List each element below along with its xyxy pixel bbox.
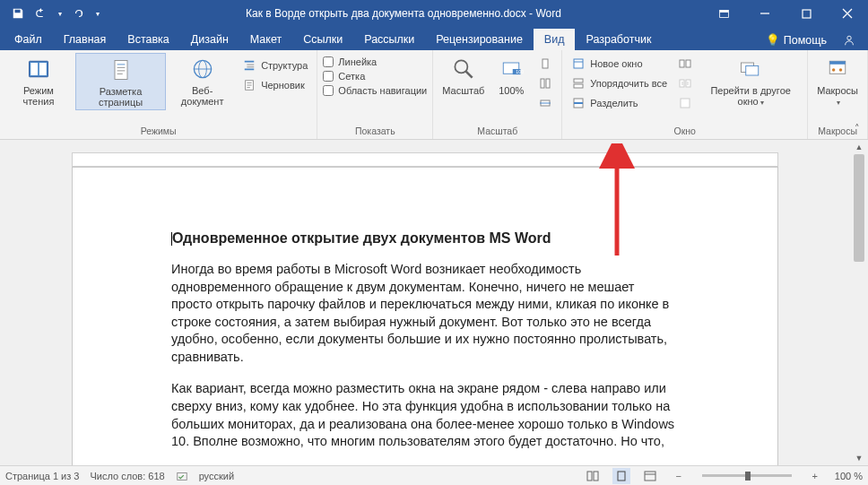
zoom-100-label: 100% [499,85,524,96]
zoom-level[interactable]: 100 % [835,471,863,481]
zoom-out-button[interactable]: − [670,468,688,484]
web-layout-view[interactable] [641,468,659,484]
doc-heading: Одновременное открытие двух документов M… [172,230,551,246]
one-page-icon [538,56,552,71]
sync-scroll-icon [678,76,692,91]
undo-dropdown[interactable]: ▾ [54,3,66,24]
zoom-slider[interactable] [702,474,792,477]
read-mode-button[interactable]: Режим чтения [5,53,72,108]
page-status[interactable]: Страница 1 из 3 [5,471,79,481]
zoom-100-button[interactable]: 100 100% [491,53,531,98]
new-window-label: Новое окно [590,58,642,69]
arrange-all-button[interactable]: Упорядочить все [568,74,671,92]
tab-home[interactable]: Главная [53,29,117,50]
svg-rect-36 [574,59,583,68]
read-mode-view[interactable] [584,468,602,484]
svg-point-52 [839,68,843,72]
tab-developer[interactable]: Разработчик [575,29,662,50]
split-button[interactable]: Разделить [568,94,671,112]
scroll-up-button[interactable]: ▲ [852,140,866,154]
tab-references[interactable]: Ссылки [292,29,353,50]
svg-text:100: 100 [516,69,525,74]
page-width-icon [538,96,552,110]
group-show-label: Показать [323,125,427,139]
svg-rect-9 [39,63,47,75]
group-window-label: Окно [568,125,802,139]
outline-button[interactable]: Структура [239,56,311,74]
maximize-button[interactable] [786,0,827,27]
gridlines-checkbox[interactable]: Сетка [323,71,427,82]
print-layout-view[interactable] [612,468,630,484]
web-layout-button[interactable]: Веб-документ [169,53,235,108]
svg-rect-3 [803,10,811,18]
one-page-button[interactable] [534,55,556,73]
svg-rect-10 [115,61,127,80]
tab-review[interactable]: Рецензирование [425,29,534,50]
navpane-checkbox[interactable]: Область навигации [323,85,427,96]
tab-view[interactable]: Вид [534,29,576,50]
horizontal-ruler[interactable] [72,152,778,167]
outline-icon [242,58,256,73]
draft-button[interactable]: Черновик [239,76,311,94]
zoom-100-icon: 100 [497,55,525,83]
scroll-thumb[interactable] [854,154,864,262]
svg-rect-58 [645,472,655,481]
tab-design[interactable]: Дизайн [180,29,239,50]
new-window-button[interactable]: Новое окно [568,55,671,73]
reset-window-icon [678,96,692,110]
macros-button[interactable]: Макросы▾ [813,53,862,110]
share-button[interactable] [838,30,861,50]
zoom-button[interactable]: Масштаб [438,53,488,98]
switch-windows-icon [736,55,765,83]
arrange-all-label: Упорядочить все [590,78,667,89]
svg-rect-31 [542,59,548,68]
redo-button[interactable] [68,3,90,24]
side-by-side-icon [678,56,692,71]
undo-button[interactable] [30,3,52,24]
qat-customize[interactable]: ▾ [91,3,104,24]
tab-insert[interactable]: Вставка [117,29,179,50]
scroll-down-button[interactable]: ▼ [852,451,866,465]
ruler-checkbox[interactable]: Линейка [323,56,427,67]
view-side-by-side-button[interactable] [674,55,696,73]
collapse-ribbon-button[interactable]: ˄ [850,123,864,137]
window-title: Как в Ворде открыть два документа одновр… [104,7,703,20]
word-count[interactable]: Число слов: 618 [90,471,164,481]
print-layout-button[interactable]: Разметка страницы [75,53,166,110]
save-button[interactable] [7,3,29,24]
spell-check-status[interactable] [176,470,188,482]
macros-label: Макросы [817,85,858,96]
help-button[interactable]: 💡 Помощь [759,30,834,50]
switch-windows-button[interactable]: Перейти в другое окно▾ [699,53,802,110]
multi-page-button[interactable] [534,74,556,92]
tab-layout[interactable]: Макет [239,29,292,50]
ribbon-display-options[interactable] [703,0,744,27]
page-width-button[interactable] [534,94,556,112]
document-page[interactable]: Одновременное открытие двух документов M… [72,167,778,465]
language-status[interactable]: русский [199,471,234,481]
svg-rect-1 [719,10,728,12]
reset-window-button[interactable] [674,94,696,112]
minimize-button[interactable] [744,0,786,27]
draft-label: Черновик [261,80,305,91]
group-zoom-label: Масштаб [438,125,556,139]
tab-mailings[interactable]: Рассылки [353,29,425,50]
group-views-label: Режимы [5,125,311,139]
web-layout-icon [188,55,217,83]
svg-rect-56 [594,472,598,481]
tab-file[interactable]: Файл [4,29,53,50]
svg-point-6 [847,36,851,39]
magnifier-icon [449,55,478,83]
new-window-icon [571,56,586,71]
multi-page-icon [538,76,552,91]
sync-scroll-button[interactable] [674,74,696,92]
svg-rect-43 [686,60,690,67]
read-mode-icon [24,55,53,83]
read-mode-label: Режим чтения [9,85,68,107]
zoom-in-button[interactable]: + [806,468,824,484]
doc-paragraph-1: Иногда во время работы в Microsoft Word … [171,261,679,366]
switch-windows-label: Перейти в другое окно [710,85,790,107]
close-button[interactable] [827,0,868,27]
vertical-scrollbar[interactable]: ▲ ▼ [852,140,866,465]
svg-rect-55 [587,472,592,481]
